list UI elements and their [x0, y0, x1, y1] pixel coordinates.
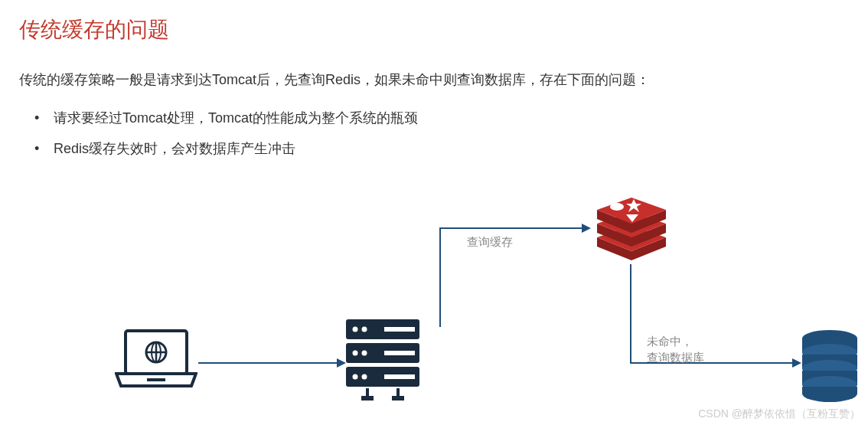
svg-rect-21	[392, 396, 404, 400]
arrow-line	[198, 362, 344, 364]
cache-query-label: 查询缓存	[467, 234, 513, 250]
problem-list: 请求要经过Tomcat处理，Tomcat的性能成为整个系统的瓶颈 Redis缓存…	[34, 103, 849, 164]
svg-point-8	[362, 326, 367, 332]
svg-point-15	[353, 374, 358, 379]
svg-point-11	[353, 350, 358, 355]
page-title: 传统缓存的问题	[19, 15, 849, 44]
svg-rect-17	[384, 374, 415, 379]
watermark-text: CSDN @醉梦依依惜（互粉互赞）	[698, 407, 860, 421]
svg-rect-9	[384, 327, 415, 332]
arrow-line	[439, 227, 441, 327]
description-text: 传统的缓存策略一般是请求到达Tomcat后，先查询Redis，如果未命中则查询数…	[19, 67, 849, 92]
svg-point-22	[610, 203, 624, 211]
server-icon	[344, 318, 421, 407]
database-icon	[800, 329, 860, 406]
bullet-item: Redis缓存失效时，会对数据库产生冲击	[34, 134, 849, 165]
svg-rect-23	[643, 191, 652, 200]
svg-rect-5	[147, 378, 165, 381]
cache-miss-label: 未命中， 查询数据库	[647, 333, 704, 365]
redis-icon	[589, 191, 674, 271]
svg-rect-18	[366, 388, 369, 396]
laptop-icon	[115, 329, 197, 394]
svg-rect-19	[396, 388, 400, 396]
svg-point-16	[362, 374, 367, 379]
arrow-line	[630, 264, 631, 364]
svg-point-7	[353, 326, 358, 332]
arrow-head	[792, 358, 801, 368]
arrow-head	[582, 224, 591, 233]
svg-rect-20	[361, 396, 374, 400]
arrow-line	[439, 227, 582, 229]
svg-point-12	[362, 350, 367, 355]
bullet-item: 请求要经过Tomcat处理，Tomcat的性能成为整个系统的瓶颈	[34, 103, 849, 134]
svg-rect-13	[384, 351, 415, 355]
architecture-diagram: 查询缓存 未命中， 查询数据库	[19, 172, 849, 417]
arrow-head	[337, 358, 346, 368]
